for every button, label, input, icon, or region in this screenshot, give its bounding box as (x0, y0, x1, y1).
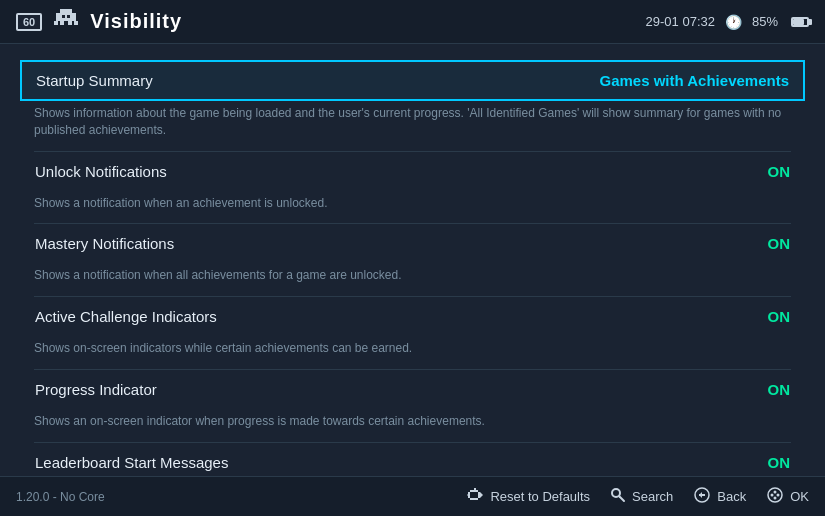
search-icon (610, 487, 626, 507)
level-badge: 60 (16, 13, 42, 31)
setting-name-active-challenge: Active Challenge Indicators (35, 308, 217, 325)
svg-rect-15 (476, 490, 478, 492)
setting-row-unlock-notifications[interactable]: Unlock Notifications ON (20, 152, 805, 191)
setting-group-active-challenge: Active Challenge Indicators ON Shows on-… (20, 297, 805, 367)
svg-rect-3 (58, 13, 74, 21)
setting-desc-active-challenge: Shows on-screen indicators while certain… (20, 336, 805, 367)
setting-group-unlock-notifications: Unlock Notifications ON Shows a notifica… (20, 152, 805, 222)
setting-name-unlock-notifications: Unlock Notifications (35, 163, 167, 180)
svg-line-22 (620, 496, 625, 501)
setting-group-leaderboard: Leaderboard Start Messages ON Shows a de… (20, 443, 805, 476)
header-left: 60 Visibility (16, 7, 182, 37)
svg-rect-10 (62, 15, 65, 18)
search-label: Search (632, 489, 673, 504)
svg-point-27 (771, 494, 774, 497)
setting-row-mastery-notifications[interactable]: Mastery Notifications ON (20, 224, 805, 263)
svg-rect-6 (60, 21, 64, 25)
svg-rect-17 (474, 488, 476, 490)
battery-text: 85% (752, 14, 778, 29)
back-label: Back (717, 489, 746, 504)
header-right: 29-01 07:32 🕐 85% (646, 14, 809, 30)
logo-icon (52, 7, 80, 37)
setting-value-progress-indicator: ON (768, 381, 791, 398)
setting-value-unlock-notifications: ON (768, 163, 791, 180)
svg-rect-7 (68, 21, 72, 25)
setting-desc-unlock-notifications: Shows a notification when an achievement… (20, 191, 805, 222)
setting-value-mastery-notifications: ON (768, 235, 791, 252)
svg-point-28 (777, 494, 780, 497)
svg-rect-2 (60, 9, 72, 13)
clock-icon: 🕐 (725, 14, 742, 30)
setting-row-leaderboard[interactable]: Leaderboard Start Messages ON (20, 443, 805, 476)
setting-name-leaderboard: Leaderboard Start Messages (35, 454, 228, 471)
setting-desc-startup-summary: Shows information about the game being l… (20, 101, 805, 149)
setting-row-startup-summary[interactable]: Startup Summary Games with Achievements (20, 60, 805, 101)
setting-name-startup-summary: Startup Summary (36, 72, 153, 89)
back-button[interactable]: Back (693, 487, 746, 506)
setting-value-active-challenge: ON (768, 308, 791, 325)
svg-rect-14 (470, 498, 476, 500)
footer: 1.20.0 - No Core Reset to Defaults (0, 476, 825, 516)
svg-rect-18 (478, 492, 480, 498)
battery-icon (791, 17, 809, 27)
main-content: Startup Summary Games with Achievements … (0, 44, 825, 476)
setting-group-mastery-notifications: Mastery Notifications ON Shows a notific… (20, 224, 805, 294)
svg-rect-16 (476, 498, 478, 500)
svg-rect-4 (56, 17, 60, 21)
svg-rect-9 (74, 21, 78, 25)
svg-rect-13 (470, 490, 476, 492)
setting-value-leaderboard: ON (768, 454, 791, 471)
footer-actions: Reset to Defaults Search Back (466, 487, 809, 507)
svg-marker-25 (699, 492, 702, 498)
svg-point-30 (774, 497, 777, 500)
reset-to-defaults-label: Reset to Defaults (490, 489, 590, 504)
svg-marker-20 (480, 492, 483, 498)
datetime-text: 29-01 07:32 (646, 14, 715, 29)
header: 60 Visibility 29-01 07:32 🕐 85% (0, 0, 825, 44)
svg-rect-11 (67, 15, 70, 18)
svg-point-26 (768, 488, 782, 502)
ok-button[interactable]: OK (766, 487, 809, 506)
ok-label: OK (790, 489, 809, 504)
setting-group-startup-summary: Startup Summary Games with Achievements … (20, 60, 805, 149)
ok-icon (766, 487, 784, 506)
version-text: 1.20.0 - No Core (16, 490, 105, 504)
setting-name-progress-indicator: Progress Indicator (35, 381, 157, 398)
reset-icon (466, 488, 484, 506)
setting-group-progress-indicator: Progress Indicator ON Shows an on-screen… (20, 370, 805, 440)
back-icon (693, 487, 711, 506)
setting-name-mastery-notifications: Mastery Notifications (35, 235, 174, 252)
svg-rect-5 (72, 17, 76, 21)
svg-point-29 (774, 491, 777, 494)
search-button[interactable]: Search (610, 487, 673, 507)
page-title: Visibility (90, 10, 182, 33)
setting-value-startup-summary: Games with Achievements (599, 72, 789, 89)
reset-to-defaults-button[interactable]: Reset to Defaults (466, 488, 590, 506)
setting-desc-mastery-notifications: Shows a notification when all achievemen… (20, 263, 805, 294)
setting-row-active-challenge[interactable]: Active Challenge Indicators ON (20, 297, 805, 336)
svg-rect-8 (54, 21, 58, 25)
setting-desc-progress-indicator: Shows an on-screen indicator when progre… (20, 409, 805, 440)
setting-row-progress-indicator[interactable]: Progress Indicator ON (20, 370, 805, 409)
